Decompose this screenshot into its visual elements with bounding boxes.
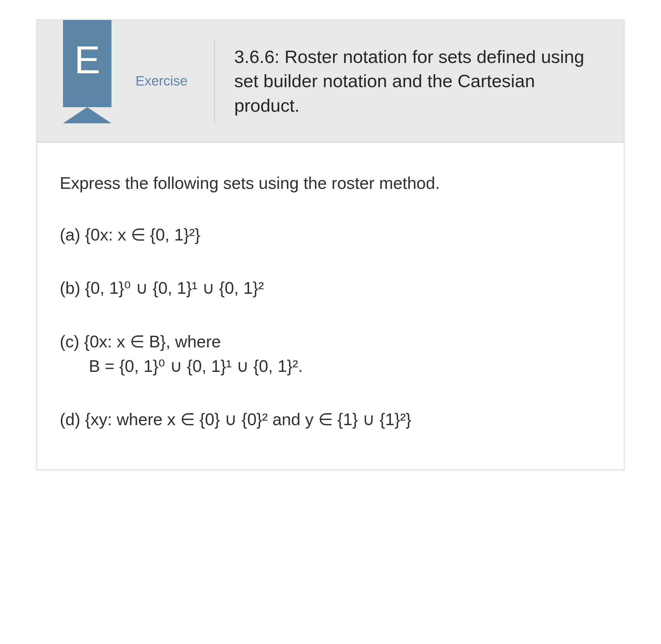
exercise-prompt: Express the following sets using the ros… (60, 172, 601, 194)
exercise-body: Express the following sets using the ros… (37, 143, 624, 469)
item-c-line1: (c) {0x: x ∈ B}, where (60, 330, 601, 353)
exercise-header: E Exercise 3.6.6: Roster notation for se… (37, 20, 624, 143)
exercise-item-a: (a) {0x: x ∈ {0, 1}²} (60, 223, 601, 246)
item-b-text: (b) {0, 1}⁰ ∪ {0, 1}¹ ∪ {0, 1}² (60, 279, 264, 297)
exercise-item-d: (d) {xy: where x ∈ {0} ∪ {0}² and y ∈ {1… (60, 408, 601, 431)
exercise-item-b: (b) {0, 1}⁰ ∪ {0, 1}¹ ∪ {0, 1}² (60, 277, 601, 299)
title-column: 3.6.6: Roster notation for sets defined … (215, 20, 624, 142)
label-column: Exercise (108, 20, 215, 142)
badge-column: E (37, 20, 108, 142)
exercise-label: Exercise (135, 73, 188, 89)
exercise-title: 3.6.6: Roster notation for sets defined … (234, 45, 604, 118)
exercise-item-c: (c) {0x: x ∈ B}, where B = {0, 1}⁰ ∪ {0,… (60, 330, 601, 377)
header-divider (214, 39, 215, 123)
badge-letter: E (74, 40, 100, 79)
item-d-text: (d) {xy: where x ∈ {0} ∪ {0}² and y ∈ {1… (60, 410, 411, 429)
item-a-text: (a) {0x: x ∈ {0, 1}²} (60, 225, 200, 244)
exercise-badge: E (63, 20, 111, 107)
exercise-card: E Exercise 3.6.6: Roster notation for se… (37, 19, 624, 470)
item-c-line2: B = {0, 1}⁰ ∪ {0, 1}¹ ∪ {0, 1}². (60, 355, 601, 377)
